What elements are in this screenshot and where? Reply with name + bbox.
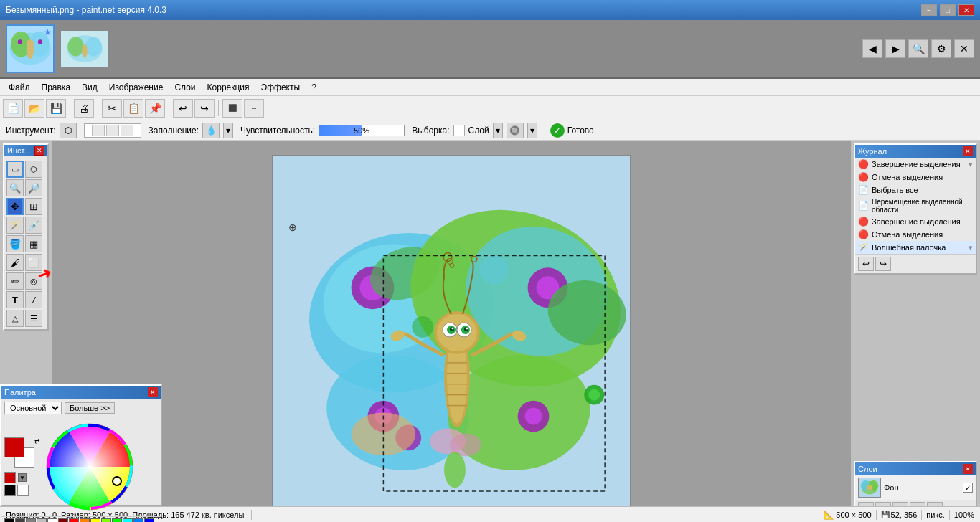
journal-text-5: Завершение выделения: [872, 217, 961, 226]
journal-undo-button[interactable]: ↩: [858, 257, 874, 271]
sel-mode-1[interactable]: [92, 125, 105, 136]
palette-color-cell[interactable]: [69, 518, 79, 522]
sel-option-btn[interactable]: 🔘: [507, 123, 524, 138]
palette-close-button[interactable]: ✕: [148, 387, 158, 397]
copy-button[interactable]: 📋: [123, 99, 143, 118]
zoom-in-tool[interactable]: 🔍: [6, 179, 24, 196]
layer-dropdown[interactable]: ▾: [493, 123, 503, 138]
palette-mode-select[interactable]: Основной: [4, 402, 62, 414]
print-button[interactable]: 🖨: [74, 99, 94, 118]
palette-color-cell[interactable]: [26, 518, 36, 522]
palette-color-cell[interactable]: [112, 518, 122, 522]
lasso-tool[interactable]: ⬡: [25, 161, 42, 178]
menu-view[interactable]: Вид: [76, 81, 103, 94]
journal-item-2[interactable]: 🔴 Отмена выделения: [855, 171, 976, 184]
selection-move-tool[interactable]: ⊞: [25, 198, 42, 215]
sel-mode-2[interactable]: [106, 125, 119, 136]
journal-item-3[interactable]: 📄 Выбрать все: [855, 184, 976, 196]
paste-button[interactable]: 📌: [145, 99, 165, 118]
nav-zoom-button[interactable]: 🔍: [908, 39, 928, 58]
palette-color-cell[interactable]: [123, 518, 133, 522]
eraser-tool[interactable]: ⬜: [25, 254, 42, 271]
minimize-button[interactable]: −: [921, 4, 937, 16]
palette-color-cell[interactable]: [15, 518, 25, 522]
layer-item-background[interactable]: Фон ✓: [855, 475, 976, 500]
pencil-tool[interactable]: ✏: [6, 272, 24, 290]
fill-dropdown[interactable]: ▾: [223, 123, 233, 138]
sel-checkbox[interactable]: [453, 125, 465, 136]
palette-color-cell[interactable]: [101, 518, 111, 522]
shape-tool[interactable]: △: [6, 310, 24, 327]
magic-wand-tool[interactable]: 🪄: [6, 217, 24, 234]
journal-item-1[interactable]: 🔴 Завершение выделения ▾: [855, 158, 976, 171]
rectangle-select-tool[interactable]: ▭: [6, 161, 24, 178]
fg-swatch-small[interactable]: [4, 472, 16, 483]
instrument-selector[interactable]: ⬡: [60, 123, 77, 138]
nav-settings-button[interactable]: ⚙: [931, 39, 951, 58]
line-tool[interactable]: /: [25, 291, 42, 308]
redo-button[interactable]: ↪: [194, 99, 215, 118]
nav-close-button[interactable]: ✕: [954, 39, 974, 58]
color-swap-icon[interactable]: ⇄: [34, 437, 40, 445]
journal-redo-button[interactable]: ↪: [875, 257, 891, 271]
palette-color-cell[interactable]: [90, 518, 100, 522]
menu-image[interactable]: Изображение: [103, 81, 169, 94]
palette-color-cell[interactable]: [144, 518, 154, 522]
black-swatch[interactable]: [4, 485, 16, 496]
journal-dropdown-7[interactable]: ▾: [969, 243, 973, 252]
nav-back-button[interactable]: ◀: [862, 39, 882, 58]
white-swatch[interactable]: [17, 485, 29, 496]
layer-visibility-check[interactable]: ✓: [963, 483, 973, 493]
tools-close-button[interactable]: ✕: [34, 146, 44, 156]
undo-button[interactable]: ↩: [173, 99, 193, 118]
cut-button[interactable]: ✂: [102, 99, 122, 118]
sel-option-dropdown[interactable]: ▾: [527, 123, 537, 138]
journal-item-6[interactable]: 🔴 Отмена выделения: [855, 228, 976, 241]
menu-file[interactable]: Файл: [3, 81, 36, 94]
color-wheel[interactable]: [43, 420, 136, 513]
stamp-tool[interactable]: ◎: [25, 272, 42, 290]
layers-close-button[interactable]: ✕: [963, 464, 973, 474]
menu-edit[interactable]: Правка: [36, 81, 77, 94]
fill-type-button[interactable]: 💧: [202, 123, 220, 138]
palette-color-cell[interactable]: [133, 518, 143, 522]
sel-mode-3[interactable]: [121, 125, 133, 136]
palette-color-cell[interactable]: [58, 518, 68, 522]
brush-tool[interactable]: 🖌: [6, 254, 24, 271]
palette-more-button[interactable]: Больше >>: [65, 402, 115, 414]
save-button[interactable]: 💾: [46, 99, 66, 118]
gradient-tool[interactable]: ▦: [25, 235, 42, 252]
second-thumbnail[interactable]: [60, 30, 109, 67]
sensitivity-slider[interactable]: 50%: [319, 125, 405, 136]
zoom-out-tool[interactable]: 🔎: [25, 179, 42, 196]
crop-button[interactable]: ⬛: [222, 99, 242, 118]
recolor-tool[interactable]: ☰: [25, 310, 42, 327]
color-options-icon[interactable]: ▼: [18, 473, 27, 482]
move-tool[interactable]: ✥: [6, 198, 24, 215]
paint-bucket-tool[interactable]: 🪣: [6, 235, 24, 252]
text-tool[interactable]: T: [6, 291, 24, 308]
journal-item-4[interactable]: 📄 Перемещение выделенной области: [855, 196, 976, 215]
menu-correction[interactable]: Коррекция: [202, 81, 255, 94]
maximize-button[interactable]: □: [940, 4, 956, 16]
menu-effects[interactable]: Эффекты: [255, 81, 306, 94]
journal-close-button[interactable]: ✕: [963, 146, 973, 156]
journal-item-7[interactable]: 🪄 Волшебная палочка ▾: [855, 241, 976, 254]
resize-button[interactable]: ↔: [244, 99, 264, 118]
close-button[interactable]: ✕: [958, 4, 974, 16]
foreground-color-swatch[interactable]: [4, 437, 24, 457]
new-button[interactable]: 📄: [3, 99, 23, 118]
menu-help[interactable]: ?: [306, 81, 322, 94]
nav-forward-button[interactable]: ▶: [885, 39, 905, 58]
palette-color-cell[interactable]: [47, 518, 57, 522]
journal-item-5[interactable]: 🔴 Завершение выделения: [855, 215, 976, 228]
journal-dropdown-1[interactable]: ▾: [969, 160, 973, 169]
palette-color-cell[interactable]: [80, 518, 90, 522]
open-button[interactable]: 📂: [24, 99, 44, 118]
palette-color-cell[interactable]: [4, 518, 14, 522]
menu-layers[interactable]: Слои: [169, 81, 201, 94]
color-picker-tool[interactable]: 💉: [25, 217, 42, 234]
active-thumbnail[interactable]: ★: [6, 24, 55, 73]
palette-color-cell[interactable]: [37, 518, 47, 522]
canvas-area[interactable]: ⊕: [52, 141, 851, 522]
